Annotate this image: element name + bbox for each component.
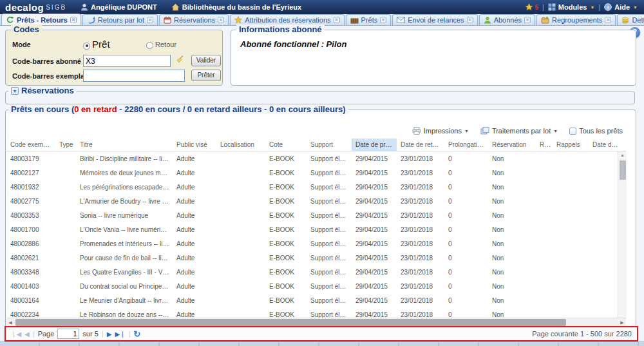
traitements-label: Traitements par lot: [492, 127, 551, 135]
last-page-button[interactable]: ▶❘: [115, 331, 125, 338]
current-user[interactable]: Angélique DUPONT: [80, 3, 157, 11]
separator: |: [598, 3, 600, 11]
clear-broom-icon[interactable]: [175, 55, 184, 64]
tab-reservations[interactable]: Réservations ✕: [159, 14, 229, 25]
impressions-menu[interactable]: Impressions ▼: [412, 127, 469, 135]
loans-panel: Prêts en cours (0 en retard - 2280 en co…: [5, 110, 636, 341]
table-row[interactable]: 48002621 Pour cause de fin de bail -- li…: [6, 251, 626, 265]
exemplaire-barcode-input[interactable]: [83, 70, 185, 82]
cell-code: 48001700: [6, 226, 55, 233]
table-row[interactable]: 48003179 Biribi - Discipline militaire -…: [6, 151, 626, 166]
tab-envoi-relances[interactable]: Envoi de relances ✕: [392, 14, 477, 25]
current-library[interactable]: Bibliothèque du bassin de l'Eyrieux: [171, 3, 301, 11]
mode-retour-radio[interactable]: Retour: [146, 41, 176, 49]
preter-button[interactable]: Prêter: [191, 70, 221, 81]
cell-titre: L'Oncle Vania -- livre numérique: [76, 226, 173, 233]
table-row[interactable]: 48003348 Les Quatre Évangiles - III - Vé…: [6, 265, 626, 279]
reservations-header[interactable]: ▼ Réservations: [8, 86, 77, 95]
column-header-type[interactable]: Type: [55, 141, 76, 148]
mode-pret-radio[interactable]: Prêt: [83, 39, 110, 50]
table-row[interactable]: 48001700 L'Oncle Vania -- livre numériqu…: [6, 222, 626, 236]
help-menu[interactable]: i Aide ▼: [604, 3, 638, 11]
cell-prolongations: 0: [444, 269, 488, 276]
column-header-prolongations[interactable]: Prolongations: [444, 141, 488, 148]
cell-date-pret: 29/04/2015: [352, 184, 397, 191]
tab-retours-par-lot[interactable]: Retours par lot ✕: [82, 14, 158, 25]
column-header-support[interactable]: Support: [307, 141, 352, 148]
cell-titre: Les pérégrinations escapades et ave...: [76, 184, 173, 191]
tab-prets-retours[interactable]: Prêts - Retours ✕: [1, 14, 81, 25]
vertical-scroll-thumb[interactable]: [620, 160, 626, 180]
cell-code: 48003348: [6, 269, 55, 276]
tab-abonnes[interactable]: Abonnés ✕: [479, 14, 535, 25]
cell-public: Adulte: [173, 212, 216, 219]
tab-label: Prêts: [361, 16, 378, 24]
table-row[interactable]: 48002234 Le Robinson de douze ans -- liv…: [6, 307, 626, 318]
close-icon[interactable]: ✕: [524, 17, 531, 23]
column-header-localisation[interactable]: Localisation: [216, 141, 265, 148]
table-row[interactable]: 48002775 L'Armurier de Boudry -- livre n…: [6, 194, 626, 208]
checkbox-icon[interactable]: [569, 128, 576, 135]
column-header-titre[interactable]: Titre: [76, 141, 173, 148]
cell-date-pret: 29/04/2015: [352, 240, 397, 247]
tab-dettes-reglements[interactable]: Dettes & Règlements ✕: [617, 14, 644, 25]
cell-date-retour: 23/01/2018: [397, 269, 444, 276]
cell-reservation: Non: [488, 255, 536, 262]
cell-support: Support électron...: [307, 212, 352, 219]
tab-label: Attribution des réservations: [245, 16, 330, 24]
next-page-button[interactable]: ▶: [107, 331, 112, 338]
tous-les-prets-option[interactable]: Tous les prêts: [569, 127, 623, 135]
modules-menu[interactable]: Modules ▼: [548, 3, 595, 11]
column-header-public[interactable]: Public visé: [173, 141, 216, 148]
column-header-date-rappel[interactable]: Date de rap...: [589, 141, 622, 148]
cell-code: 48002886: [6, 240, 55, 247]
close-icon[interactable]: ✕: [380, 17, 386, 23]
first-page-button[interactable]: ❘◀: [11, 331, 21, 338]
table-row[interactable]: 48001403 Du contrat social ou Principes …: [6, 279, 626, 293]
tab-regroupements[interactable]: Regroupements ✕: [536, 14, 616, 25]
impressions-label: Impressions: [424, 127, 462, 135]
refresh-icon[interactable]: ↻: [133, 329, 140, 339]
tab-prets[interactable]: Prêts ✕: [346, 14, 392, 25]
table-row[interactable]: 48001932 Les pérégrinations escapades et…: [6, 180, 626, 194]
column-header-code[interactable]: Code exemplaire: [6, 141, 55, 148]
column-header-cote[interactable]: Cote: [265, 141, 307, 148]
cell-reservation: Non: [488, 240, 536, 247]
vertical-scrollbar[interactable]: ▲: [618, 151, 627, 318]
table-row[interactable]: 48002886 Promenades et intérieurs -- liv…: [6, 236, 626, 251]
expand-toggle-icon[interactable]: ▼: [11, 87, 19, 95]
column-header-reservation[interactable]: Réservation: [488, 141, 536, 148]
valider-button[interactable]: Valider: [191, 55, 221, 66]
traitements-menu[interactable]: Traitements par lot ▼: [480, 127, 558, 135]
table-row[interactable]: 48003353 Sonia -- livre numérique Adulte…: [6, 208, 626, 222]
close-icon[interactable]: ✕: [605, 17, 611, 23]
column-header-date-retour[interactable]: Date de retour p...: [397, 141, 444, 148]
close-icon[interactable]: ✕: [467, 17, 473, 23]
cell-prolongations: 0: [444, 212, 488, 219]
tab-attribution-reservations[interactable]: Attribution des réservations ✕: [230, 14, 344, 25]
close-icon[interactable]: ✕: [147, 17, 153, 23]
close-icon[interactable]: ✕: [70, 17, 77, 23]
table-row[interactable]: 48003164 Le Meunier d'Angibault -- livre…: [6, 293, 626, 307]
radio-icon: [146, 42, 153, 49]
scroll-up-arrow[interactable]: ▲: [618, 151, 627, 159]
cell-reservation: Non: [488, 155, 536, 162]
svg-text:i: i: [607, 5, 609, 10]
cell-titre: Le Robinson de douze ans -- livre nu...: [76, 311, 173, 318]
horizontal-scrollbar[interactable]: ◀ ▶: [6, 318, 626, 326]
column-header-ret[interactable]: Ret...: [536, 141, 553, 148]
exemplaire-barcode-label: Code-barres exemplaire: [12, 72, 93, 80]
column-header-date-pret-sorted[interactable]: Date de prêt ▼: [352, 139, 397, 151]
horizontal-scroll-thumb[interactable]: [15, 319, 566, 326]
close-icon[interactable]: ✕: [218, 17, 224, 23]
cell-titre: Promenades et intérieurs -- livre num...: [76, 240, 173, 247]
page-number-input[interactable]: [57, 329, 79, 339]
abonne-barcode-input[interactable]: [83, 55, 171, 67]
table-row[interactable]: 48002127 Mémoires de deux jeunes mariées…: [6, 166, 626, 180]
close-icon[interactable]: ✕: [334, 17, 340, 23]
favorites-indicator[interactable]: 5: [525, 3, 538, 11]
cell-cote: E-BOOK: [265, 283, 307, 290]
library-name: Bibliothèque du bassin de l'Eyrieux: [182, 3, 301, 11]
column-header-rappels[interactable]: Rappels: [553, 141, 589, 148]
previous-page-button[interactable]: ◀: [24, 331, 30, 338]
